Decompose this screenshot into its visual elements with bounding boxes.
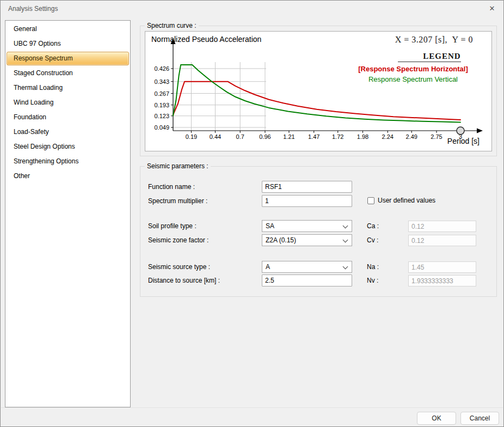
svg-text:1.47: 1.47 [308,133,319,140]
legend-item-response-spectrum-vertical: Response Spectrum Vertical [342,74,484,84]
seismic-zone-factor-selected-value: Z2A (0.15) [266,236,296,244]
sidebar-item-wind-loading[interactable]: Wind Loading [5,95,130,110]
cursor-readout: X = 3.207 [s], Y = 0 [395,35,473,45]
footer-divider [1,407,503,408]
soil-profile-type-label: Soil profile type : [148,220,196,232]
function-name-input[interactable] [262,181,352,193]
svg-text:0.123: 0.123 [154,113,169,119]
svg-text:0.267: 0.267 [154,90,169,97]
seismic-zone-factor-label: Seismic zone factor : [148,234,208,246]
sidebar-item-response-spectrum[interactable]: Response Spectrum [7,52,129,65]
chart-legend: LEGEND [Response Spectrum Horizontal]Res… [342,51,484,84]
ok-button[interactable]: OK [417,412,456,425]
seismic-parameters-group: Seismic parameters : User defined values… [140,166,497,297]
sidebar-item-load-safety[interactable]: Load-Safety [5,125,130,139]
period-axis-label: Period [s] [447,137,480,145]
spectrum-multiplier-label: Spectrum multiplier : [148,195,207,207]
cv-label: Cv : [367,234,378,246]
svg-text:0.44: 0.44 [210,133,221,140]
sidebar-item-foundation[interactable]: Foundation [5,110,130,125]
svg-text:2.75: 2.75 [431,133,442,140]
svg-text:0.049: 0.049 [154,124,169,131]
svg-text:0.7: 0.7 [236,133,244,140]
x-axis-arrow [477,129,483,133]
distance-to-source-input[interactable] [262,274,352,286]
na-label: Na : [367,261,379,273]
checkbox-label: User defined values [378,197,435,204]
spectrum-chart: 0.190.440.70.961.211.471.721.982.242.492… [145,31,492,151]
ca-value [408,221,476,232]
spectrum-curve-group-label: Spectrum curve : [145,22,199,29]
svg-text:0.193: 0.193 [154,102,169,108]
svg-text:1.98: 1.98 [357,133,368,140]
svg-text:2.49: 2.49 [406,133,417,140]
sidebar-item-ubc-97-options[interactable]: UBC 97 Options [5,36,130,51]
axis-end-marker[interactable] [457,127,464,135]
window-title: Analysis Settings [8,5,58,13]
sidebar-item-strengthening-options[interactable]: Strengthening Options [5,154,130,169]
spectrum-plot: 0.190.440.70.961.211.471.721.982.242.492… [145,32,491,151]
settings-nav: GeneralUBC 97 OptionsResponse SpectrumSt… [5,20,131,407]
chevron-down-icon [343,223,348,229]
close-icon[interactable]: ✕ [486,3,498,14]
cancel-button[interactable]: Cancel [460,412,499,425]
svg-text:2.24: 2.24 [382,133,394,140]
nv-label: Nv : [367,274,378,286]
svg-text:0.96: 0.96 [259,133,271,140]
seismic-source-type-label: Seismic source type : [148,261,210,273]
soil-profile-type-selected-value: SA [266,222,274,230]
svg-text:1.21: 1.21 [283,133,294,140]
title-bar: Analysis Settings ✕ [1,1,503,17]
checkbox-box[interactable] [367,197,374,204]
spectrum-curve-group: Spectrum curve : 0.190.440.70.961.211.47… [140,26,497,156]
svg-text:0.343: 0.343 [154,78,169,85]
seismic-zone-factor-select[interactable]: Z2A (0.15) [262,234,352,246]
sidebar-item-other[interactable]: Other [5,169,130,184]
seismic-source-type-selected-value: A [266,263,270,271]
svg-text:0.426: 0.426 [154,65,169,72]
chevron-down-icon [343,237,348,243]
distance-to-source-label: Distance to source [km] : [148,274,220,286]
ca-label: Ca : [367,220,379,232]
user-defined-values-checkbox[interactable]: User defined values [367,197,435,204]
nv-value [408,275,476,286]
legend-item-response-spectrum-horizontal: [Response Spectrum Horizontal] [342,64,484,74]
cv-value [408,235,476,246]
na-value [408,261,476,273]
svg-text:0.19: 0.19 [186,133,197,140]
chart-title: Normalized Pseudo Acceleration [151,35,261,44]
sidebar-item-steel-design-options[interactable]: Steel Design Options [5,139,130,154]
sidebar-item-staged-construction[interactable]: Staged Construction [5,66,130,81]
legend-entries: [Response Spectrum Horizontal]Response S… [342,64,484,84]
chevron-down-icon [343,264,348,270]
soil-profile-type-select[interactable]: SA [262,220,352,232]
svg-text:1.72: 1.72 [332,133,343,140]
seismic-parameters-group-label: Seismic parameters : [145,162,211,170]
seismic-source-type-select[interactable]: A [262,261,352,273]
function-name-label: Function name : [148,181,195,193]
legend-title: LEGEND [398,52,460,62]
curve-response-spectrum-horizontal [173,82,460,120]
sidebar-item-general[interactable]: General [5,22,130,36]
spectrum-multiplier-input[interactable] [262,195,352,207]
sidebar-item-thermal-loading[interactable]: Thermal Loading [5,81,130,95]
analysis-settings-dialog: Analysis Settings ✕ GeneralUBC 97 Option… [0,0,504,427]
